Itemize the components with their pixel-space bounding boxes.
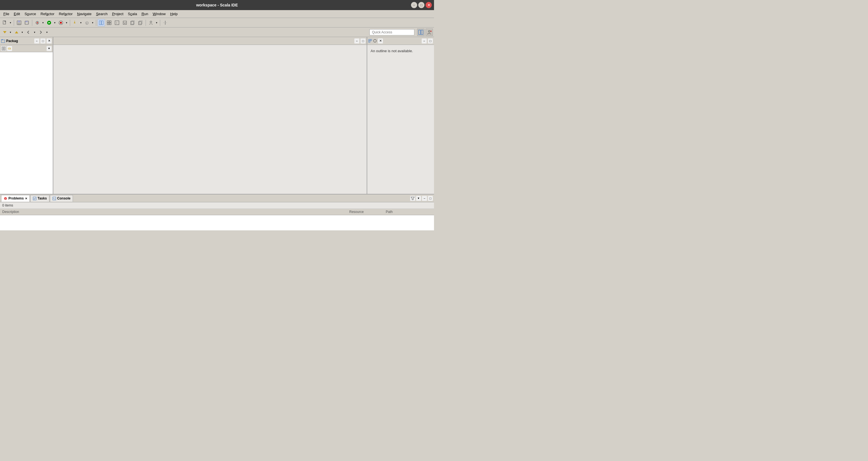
package-explorer-icon: [1, 39, 5, 43]
package-explorer-close[interactable]: ✕: [46, 38, 52, 43]
menu-navigate[interactable]: Navigate: [75, 11, 94, 17]
editor-minimize[interactable]: −: [354, 38, 360, 43]
scala-perspective-button[interactable]: [417, 29, 425, 36]
package-explorer-title: Packag: [6, 39, 33, 43]
stop-button[interactable]: [57, 19, 64, 26]
close-button[interactable]: ✕: [426, 2, 432, 8]
profile-button[interactable]: [147, 19, 155, 26]
pin-button[interactable]: [162, 19, 169, 26]
back-button[interactable]: [25, 29, 32, 36]
svg-rect-27: [123, 21, 126, 24]
new-file-group: ▾: [1, 19, 12, 26]
tab-tasks[interactable]: Tasks: [30, 195, 50, 202]
menu-help[interactable]: Help: [168, 11, 180, 17]
run-button[interactable]: [45, 19, 53, 26]
forward-history-dropdown[interactable]: ▾: [45, 29, 49, 36]
console-icon: [53, 197, 56, 200]
nav-down-button[interactable]: [1, 29, 8, 36]
debug-group: ▾: [34, 19, 45, 26]
back-history-dropdown[interactable]: ▾: [33, 29, 36, 36]
next-button[interactable]: [121, 19, 128, 26]
new-file-button[interactable]: [1, 19, 8, 26]
tab-console[interactable]: Console: [50, 195, 73, 202]
problems-icon: !: [4, 197, 7, 200]
tab-console-label: Console: [57, 196, 70, 200]
editor-maximize[interactable]: □: [361, 38, 366, 43]
separator3: [70, 20, 70, 26]
stop-dropdown[interactable]: ▾: [64, 19, 68, 26]
link-editor-button[interactable]: [7, 46, 12, 51]
quick-access-input[interactable]: [370, 29, 414, 35]
package-explorer-maximize[interactable]: □: [40, 38, 45, 43]
tab-problems-close[interactable]: ✕: [25, 197, 27, 200]
forward-button[interactable]: [37, 29, 44, 36]
view-menu-button[interactable]: ▾: [46, 46, 52, 51]
paste-button[interactable]: [137, 19, 144, 26]
show-view-button[interactable]: [105, 19, 113, 26]
menu-file[interactable]: File: [1, 11, 11, 17]
bottom-menu-button[interactable]: ▾: [416, 196, 421, 201]
external-tools-dropdown[interactable]: ▾: [79, 19, 83, 26]
svg-rect-19: [99, 21, 101, 25]
menu-scala[interactable]: Scala: [126, 11, 140, 17]
svg-rect-48: [370, 39, 372, 41]
outline-maximize[interactable]: □: [428, 38, 433, 43]
team-button[interactable]: 5: [426, 29, 433, 36]
outline-minimize[interactable]: −: [422, 38, 427, 43]
collapse-all-button[interactable]: [1, 46, 6, 51]
menu-refactor2[interactable]: Refactor: [57, 11, 75, 17]
editor-content[interactable]: [53, 45, 367, 194]
svg-point-50: [374, 39, 376, 42]
col-description: Description: [0, 209, 347, 215]
bottom-filter-button[interactable]: [410, 196, 415, 201]
tasks-icon: [33, 197, 36, 200]
editor-panel: − □: [53, 37, 367, 194]
outline-panel-header: ✕ − □: [367, 37, 434, 45]
copy-button[interactable]: [129, 19, 136, 26]
nav-up-button[interactable]: [13, 29, 20, 36]
history-dropdown[interactable]: ▾: [91, 19, 95, 26]
menu-search[interactable]: Search: [94, 11, 110, 17]
separator1: [14, 20, 14, 26]
menu-project[interactable]: Project: [110, 11, 125, 17]
svg-text:5: 5: [430, 30, 432, 33]
debug-button[interactable]: [34, 19, 41, 26]
svg-marker-36: [15, 31, 18, 33]
minimize-button[interactable]: −: [411, 2, 417, 8]
svg-rect-4: [18, 23, 20, 25]
open-type-button[interactable]: T: [83, 19, 91, 26]
run-dropdown[interactable]: ▾: [53, 19, 57, 26]
bottom-minimize[interactable]: −: [422, 196, 427, 201]
debug-dropdown[interactable]: ▾: [41, 19, 45, 26]
package-explorer-minimize[interactable]: −: [34, 38, 39, 43]
menu-run[interactable]: Run: [139, 11, 150, 17]
outline-close[interactable]: ✕: [378, 38, 383, 43]
panels-container: Packag − □ ✕ ▾: [0, 37, 434, 194]
open-perspective-button[interactable]: [98, 19, 105, 26]
toolbar1: ▾ ▾ ▾ ▾ ▾ T ▾: [0, 18, 434, 28]
save-all-button[interactable]: [23, 19, 31, 26]
svg-rect-21: [107, 21, 109, 23]
maximize-button[interactable]: □: [418, 2, 425, 8]
save-button[interactable]: [16, 19, 23, 26]
svg-text:T: T: [86, 22, 88, 25]
bottom-tabs: ! Problems ✕ Tasks Console ▾ − □: [0, 194, 434, 202]
bottom-maximize[interactable]: □: [428, 196, 433, 201]
menu-source[interactable]: Source: [22, 11, 38, 17]
svg-rect-38: [421, 30, 423, 34]
svg-rect-47: [369, 39, 370, 41]
new-file-dropdown[interactable]: ▾: [8, 19, 12, 26]
menu-refactor1[interactable]: Refactor: [38, 11, 57, 17]
nav-up-dropdown[interactable]: ▾: [20, 29, 24, 36]
info-button[interactable]: i: [113, 19, 121, 26]
package-explorer-panel: Packag − □ ✕ ▾: [0, 37, 53, 194]
menu-edit[interactable]: Edit: [11, 11, 22, 17]
title-bar: workspace - Scala IDE − □ ✕: [0, 0, 434, 10]
menu-window[interactable]: Window: [150, 11, 168, 17]
editor-header: − □: [53, 37, 367, 45]
nav-back-dropdown[interactable]: ▾: [8, 29, 12, 36]
tab-problems[interactable]: ! Problems ✕: [1, 195, 30, 202]
profile-dropdown[interactable]: ▾: [155, 19, 158, 26]
external-tools-button[interactable]: [71, 19, 79, 26]
svg-rect-6: [26, 21, 28, 22]
